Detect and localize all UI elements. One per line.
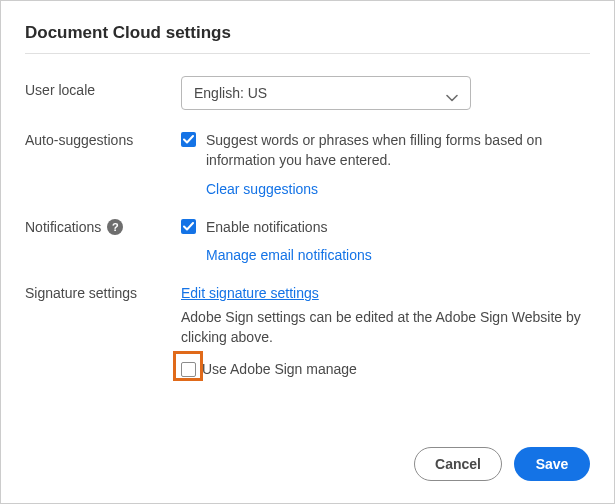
control-locale: English: US [181,76,590,110]
manage-notifications-link[interactable]: Manage email notifications [206,247,372,263]
label-notifications-text: Notifications [25,219,101,235]
row-autosuggest: Auto-suggestions Suggest words or phrase… [25,130,590,197]
control-notifications: Enable notifications Manage email notifi… [181,217,590,263]
notifications-text: Enable notifications [206,217,327,237]
label-autosuggest: Auto-suggestions [25,130,181,148]
adobe-sign-checkbox[interactable] [181,362,196,377]
row-notifications: Notifications ? Enable notifications Man… [25,217,590,263]
edit-signature-link[interactable]: Edit signature settings [181,285,319,301]
autosuggest-text: Suggest words or phrases when filling fo… [206,130,590,171]
chevron-down-icon [446,89,458,97]
clear-suggestions-link[interactable]: Clear suggestions [206,181,318,197]
autosuggest-checkbox-line: Suggest words or phrases when filling fo… [181,130,590,171]
row-signature: Signature settings Edit signature settin… [25,283,590,348]
control-signature: Edit signature settings Adobe Sign setti… [181,283,590,348]
row-locale: User locale English: US [25,76,590,110]
cancel-button[interactable]: Cancel [414,447,502,481]
divider [25,53,590,54]
notifications-checkbox[interactable] [181,219,196,234]
save-button[interactable]: Save [514,447,590,481]
dialog-title: Document Cloud settings [25,23,590,43]
locale-select-value: English: US [194,85,267,101]
label-notifications: Notifications ? [25,217,181,235]
check-icon [183,135,194,144]
label-locale: User locale [25,76,181,98]
settings-dialog: Document Cloud settings User locale Engl… [0,0,615,504]
row-adobe-sign: Use Adobe Sign manage [181,359,590,379]
control-autosuggest: Suggest words or phrases when filling fo… [181,130,590,197]
label-signature: Signature settings [25,283,181,301]
check-icon [183,222,194,231]
help-icon[interactable]: ? [107,219,123,235]
locale-select[interactable]: English: US [181,76,471,110]
signature-description: Adobe Sign settings can be edited at the… [181,307,590,348]
autosuggest-checkbox[interactable] [181,132,196,147]
dialog-footer: Cancel Save [414,447,590,481]
notifications-checkbox-line: Enable notifications [181,217,590,237]
adobe-sign-text: Use Adobe Sign manage [202,359,357,379]
